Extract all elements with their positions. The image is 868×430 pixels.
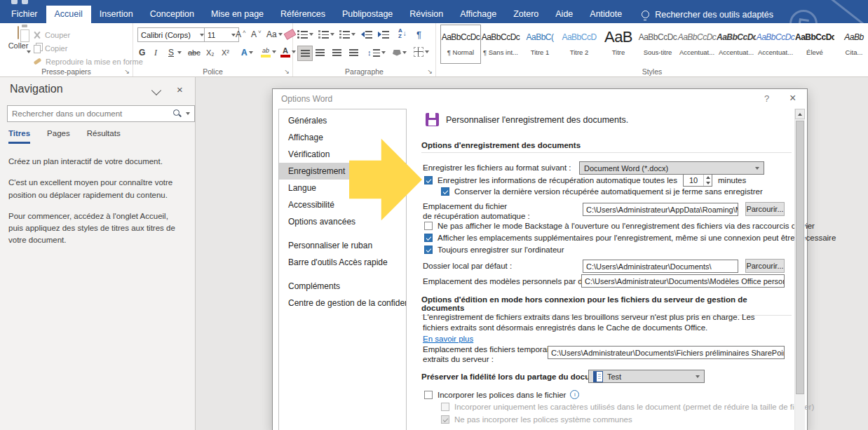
autorecover-path-field[interactable]: C:\Users\Administrateur\AppData\Roaming\… bbox=[583, 203, 738, 216]
embed-chars-checkbox[interactable] bbox=[441, 403, 449, 411]
multilevel-list-button[interactable] bbox=[339, 27, 355, 41]
category-item[interactable]: Affichage bbox=[279, 129, 406, 146]
ribbon-tab[interactable]: Aide bbox=[547, 6, 581, 23]
paste-button[interactable]: Coller bbox=[6, 27, 31, 53]
shrink-font-button[interactable]: A˅ bbox=[251, 27, 262, 41]
temp-files-field[interactable]: C:\Users\Administrateur\Documents\Fichie… bbox=[548, 346, 785, 359]
category-item[interactable]: Compléments bbox=[279, 278, 406, 295]
style-item[interactable]: AaBb Cita... bbox=[834, 25, 867, 64]
change-case-button[interactable]: Aa bbox=[266, 27, 283, 41]
keep-last-checkbox[interactable] bbox=[441, 187, 449, 196]
minutes-spinner[interactable]: 10 bbox=[683, 174, 712, 187]
sort-button[interactable]: AZ↓ bbox=[398, 27, 407, 41]
tell-me-search[interactable]: Rechercher des outils adaptés bbox=[642, 6, 773, 23]
sort-icon: AZ↓ bbox=[398, 28, 407, 39]
copy-button[interactable]: Copier bbox=[34, 41, 143, 55]
ribbon-tab[interactable]: Insertion bbox=[91, 6, 142, 23]
font-size-combo[interactable]: 11 bbox=[204, 27, 239, 42]
browse-autorecover-button[interactable]: Parcourir... bbox=[745, 202, 785, 216]
numbered-list-button[interactable] bbox=[318, 27, 334, 41]
fidelity-dropdown[interactable]: Test bbox=[588, 370, 705, 383]
text-effects-button[interactable]: A bbox=[241, 46, 253, 60]
ribbon-tab[interactable]: Fichier bbox=[3, 6, 46, 23]
ribbon-tab[interactable]: Antidote bbox=[581, 6, 630, 23]
embed-fonts-checkbox[interactable] bbox=[424, 391, 433, 399]
underline-button[interactable]: S bbox=[168, 46, 174, 60]
format-dropdown[interactable]: Document Word (*.docx) bbox=[579, 161, 764, 175]
style-item[interactable]: AaB Titre bbox=[599, 25, 638, 64]
backstage-label: Ne pas afficher le mode Backstage à l'ou… bbox=[438, 222, 815, 230]
ribbon-tab[interactable]: Publipostage bbox=[334, 6, 401, 23]
ribbon-tab[interactable]: Références bbox=[272, 6, 334, 23]
info-icon[interactable]: i bbox=[570, 390, 579, 399]
browse-local-button[interactable]: Parcourir... bbox=[745, 259, 785, 273]
highlight-button[interactable]: ab bbox=[261, 45, 276, 59]
search-input[interactable]: Rechercher dans un document bbox=[7, 105, 195, 122]
superscript-button[interactable]: X² bbox=[222, 46, 229, 60]
ribbon-tab[interactable]: Conception bbox=[142, 6, 203, 23]
increase-indent-button[interactable] bbox=[379, 27, 389, 41]
backstage-checkbox[interactable] bbox=[424, 222, 433, 230]
help-button[interactable]: ? bbox=[764, 93, 769, 104]
italic-button[interactable]: I bbox=[154, 46, 157, 60]
borders-button[interactable] bbox=[414, 45, 429, 59]
category-item[interactable]: Générales bbox=[279, 112, 406, 129]
cut-button[interactable]: Couper bbox=[34, 28, 143, 41]
style-item[interactable]: AaBbC( Titre 1 bbox=[520, 25, 560, 64]
category-item[interactable]: Personnaliser le ruban bbox=[279, 237, 406, 254]
style-item[interactable]: AaBbCcDc Accentuat... bbox=[677, 25, 717, 64]
bullet-list-button[interactable] bbox=[297, 27, 313, 41]
align-center-button[interactable] bbox=[316, 46, 325, 60]
ribbon-tab[interactable]: Accueil bbox=[46, 6, 91, 23]
scrollbar-up-button[interactable] bbox=[795, 109, 805, 119]
dialog-launcher-icon[interactable] bbox=[124, 68, 130, 75]
spinner-up-icon[interactable] bbox=[706, 176, 710, 179]
close-icon[interactable]: × bbox=[177, 83, 183, 95]
align-right-button[interactable] bbox=[332, 46, 341, 60]
grow-font-button[interactable]: A˄ bbox=[236, 27, 246, 41]
dialog-scrollbar[interactable] bbox=[794, 109, 805, 430]
always-computer-checkbox[interactable] bbox=[424, 246, 433, 254]
style-item[interactable]: AaBbCcDc ¶ Sans int... bbox=[481, 25, 520, 64]
autorecover-checkbox[interactable] bbox=[424, 176, 433, 184]
ribbon-tab[interactable]: Mise en page bbox=[203, 6, 272, 23]
navigation-tab[interactable]: Résultats bbox=[87, 129, 121, 144]
category-item[interactable]: Options avancées bbox=[279, 213, 406, 230]
close-button[interactable]: × bbox=[789, 92, 796, 105]
underline-menu[interactable] bbox=[177, 46, 182, 60]
show-marks-button[interactable]: ¶ bbox=[416, 27, 421, 41]
subscript-button[interactable]: X₂ bbox=[206, 46, 215, 60]
chevron-down-icon[interactable] bbox=[151, 86, 161, 95]
style-item[interactable]: AaBbCcDc Accentuat... bbox=[756, 25, 795, 64]
ribbon-tab[interactable]: Révision bbox=[401, 6, 452, 23]
ribbon-tab[interactable]: Affichage bbox=[452, 6, 505, 23]
learn-more-link[interactable]: En savoir plus bbox=[423, 335, 473, 343]
local-folder-field[interactable]: C:\Users\Administrateur\Documents\ bbox=[583, 260, 738, 273]
font-name-combo[interactable]: Calibri (Corps) bbox=[137, 27, 208, 42]
shading-button[interactable] bbox=[393, 46, 407, 60]
no-common-fonts-checkbox[interactable] bbox=[441, 415, 449, 424]
format-painter-button[interactable]: Reproduire la mise en forme bbox=[34, 55, 143, 68]
bold-button[interactable]: G bbox=[139, 46, 145, 60]
line-spacing-button[interactable]: ↕ bbox=[367, 46, 386, 60]
align-left-button[interactable] bbox=[297, 46, 313, 61]
strikethrough-button[interactable]: abc bbox=[188, 46, 201, 60]
ribbon-tab[interactable]: Zotero bbox=[505, 6, 547, 23]
navigation-tab[interactable]: Titres bbox=[8, 129, 30, 144]
decrease-indent-button[interactable] bbox=[362, 27, 372, 41]
style-item[interactable]: AaBbCcDc Élevé bbox=[795, 25, 834, 64]
style-item[interactable]: AaBbCcDc Accentuat... bbox=[717, 25, 756, 64]
style-item[interactable]: AaBbCcDc Sous-titre bbox=[638, 25, 677, 64]
dialog-launcher-icon[interactable] bbox=[427, 68, 433, 75]
templates-field[interactable]: C:\Users\Administrateur\Documents\Modèle… bbox=[581, 274, 785, 288]
dialog-launcher-icon[interactable] bbox=[284, 68, 290, 75]
category-item[interactable]: Barre d'outils Accès rapide bbox=[279, 254, 406, 271]
navigation-tab[interactable]: Pages bbox=[47, 129, 70, 144]
justify-button[interactable] bbox=[349, 46, 358, 60]
style-item[interactable]: AaBbCcD Titre 2 bbox=[560, 25, 599, 64]
extra-places-checkbox[interactable] bbox=[424, 234, 433, 242]
style-item[interactable]: AaBbCcDc ¶ Normal bbox=[440, 25, 481, 64]
scrollbar-thumb[interactable] bbox=[796, 121, 804, 394]
spinner-down-icon[interactable] bbox=[706, 182, 710, 184]
category-item[interactable]: Centre de gestion de la confidentialité bbox=[279, 295, 406, 311]
